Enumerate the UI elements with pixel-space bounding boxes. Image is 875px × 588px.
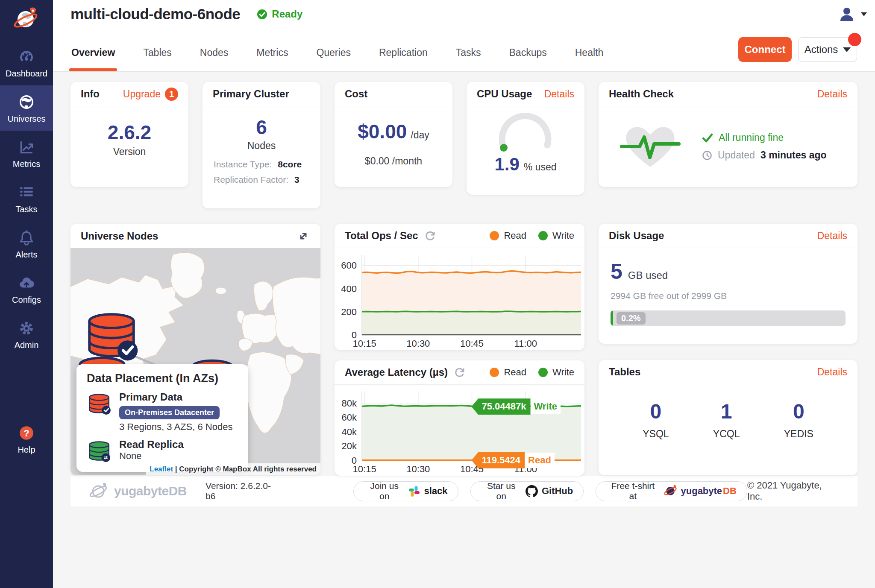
table-stat-yedis: 0YEDIS — [784, 400, 813, 440]
admin-icon — [18, 319, 35, 337]
callout-label: Write — [531, 399, 561, 414]
tables-details-link[interactable]: Details — [817, 366, 847, 378]
footer-button-github[interactable]: Star us onGitHub — [470, 481, 584, 501]
cpu-unit: % used — [524, 161, 557, 173]
primary-data-item: Primary Data On-Premises Datacenter 3 Re… — [87, 391, 238, 433]
tab-health[interactable]: Health — [574, 47, 604, 71]
legend-read[interactable]: Read — [490, 367, 526, 378]
tab-metrics[interactable]: Metrics — [255, 47, 289, 71]
footer-button-name-accent: DB — [723, 486, 737, 497]
user-avatar-icon — [838, 6, 856, 23]
status-text: Ready — [272, 8, 302, 20]
tab-overview[interactable]: Overview — [70, 47, 116, 71]
upgrade-link[interactable]: Upgrade 1 — [123, 88, 178, 101]
cpu-details-link[interactable]: Details — [544, 88, 574, 100]
copyright-text: © 2021 Yugabyte, Inc. — [747, 480, 840, 502]
footer-version: Version: 2.6.2.0-b6 — [206, 481, 281, 501]
yugabyte-logo-icon[interactable] — [0, 0, 53, 40]
tab-queries[interactable]: Queries — [315, 47, 352, 71]
refresh-icon[interactable] — [424, 230, 436, 242]
cpu-value: 1.9 — [494, 154, 519, 175]
chevron-down-icon — [861, 12, 867, 16]
world-map[interactable]: Data Placement (In AZs) Primary Data On-… — [70, 248, 320, 475]
sidebar-item-label: Alerts — [15, 250, 37, 260]
sidebar-item-tasks[interactable]: Tasks — [0, 176, 53, 221]
check-circle-icon — [256, 9, 268, 20]
legend-dot — [538, 231, 548, 240]
footer-button-slack[interactable]: Join us onslack — [353, 481, 458, 501]
disk-progress-bar: 0.2% — [611, 310, 846, 326]
chart-svg: 10:1510:3010:4511:000200400600 — [335, 248, 584, 350]
sidebar-item-configs[interactable]: Configs — [0, 266, 53, 312]
dashboard-icon — [18, 48, 35, 66]
disk-card-title: Disk Usage — [609, 230, 664, 242]
footer-brand: yugabyteDB — [88, 481, 187, 501]
connect-button[interactable]: Connect — [738, 37, 792, 62]
table-stat-label: YCQL — [713, 428, 740, 440]
primary-db-icon — [87, 391, 112, 433]
sidebar-item-alerts[interactable]: Alerts — [0, 221, 53, 266]
svg-text:40k: 40k — [342, 427, 357, 437]
sidebar: DashboardUniversesMetricsTasksAlertsConf… — [0, 0, 53, 588]
total-ops-card: Total Ops / Sec ReadWrite 10:1510:3010:4… — [335, 224, 584, 350]
sidebar-item-universes[interactable]: Universes — [0, 85, 53, 131]
callout-value: 119.5424 — [472, 452, 525, 468]
read-replica-label: Read Replica — [119, 439, 184, 451]
tab-tables[interactable]: Tables — [142, 47, 172, 71]
tab-backups[interactable]: Backups — [508, 47, 548, 71]
table-stat-value: 0 — [650, 400, 662, 423]
svg-text:10:30: 10:30 — [406, 338, 430, 349]
ops-chart: 10:1510:3010:4511:000200400600 — [335, 248, 584, 352]
tasks-icon — [18, 184, 35, 202]
tab-tasks[interactable]: Tasks — [455, 47, 482, 71]
callout-value: 75.04487k — [472, 398, 531, 415]
table-stat-value: 1 — [721, 400, 732, 423]
sidebar-item-dashboard[interactable]: Dashboard — [0, 40, 53, 85]
health-updated-label: Updated — [718, 149, 755, 161]
universe-tabs: OverviewTablesNodesMetricsQueriesReplica… — [70, 47, 604, 71]
sidebar-item-label: Metrics — [13, 159, 40, 169]
tab-nodes[interactable]: Nodes — [199, 47, 229, 71]
info-card: Info Upgrade 1 2.6.2 Version — [70, 82, 188, 187]
expand-icon[interactable] — [297, 229, 310, 243]
footer-button-prefix: Star us on — [481, 481, 522, 501]
disk-details-link[interactable]: Details — [817, 230, 847, 242]
legend-read[interactable]: Read — [490, 230, 526, 241]
sidebar-item-metrics[interactable]: Metrics — [0, 131, 53, 176]
tables-stats: 0YSQL1YCQL0YEDIS — [599, 384, 857, 440]
cost-day-value: $0.00 — [358, 121, 407, 143]
charts-column: Total Ops / Sec ReadWrite 10:1510:3010:4… — [335, 224, 584, 476]
health-check-card: Health Check Details — [599, 82, 857, 187]
legend-write[interactable]: Write — [538, 367, 574, 378]
status-badge: Ready — [256, 8, 302, 20]
table-stat-ycql: 1YCQL — [713, 400, 740, 440]
sidebar-item-admin[interactable]: Admin — [0, 312, 53, 357]
ops-chart-legend: ReadWrite — [490, 230, 574, 241]
chevron-down-icon — [843, 47, 851, 52]
refresh-icon[interactable] — [454, 366, 466, 378]
legend-write[interactable]: Write — [538, 230, 574, 241]
health-card-title: Health Check — [609, 88, 674, 100]
clock-icon — [702, 150, 712, 161]
sidebar-help-container: ?Help — [0, 416, 53, 462]
user-menu[interactable] — [829, 0, 875, 28]
tab-replication[interactable]: Replication — [378, 47, 429, 71]
sidebar-item-help[interactable]: ?Help — [0, 416, 53, 462]
sidebar-item-label: Tasks — [15, 205, 37, 214]
footer-button-name: slack — [424, 486, 447, 497]
leaflet-link[interactable]: Leaflet — [150, 465, 173, 473]
header-buttons: Connect Actions — [738, 37, 857, 62]
table-stat-label: YEDIS — [784, 428, 813, 440]
actions-button[interactable]: Actions — [798, 37, 857, 62]
footer-button-yugabyte[interactable]: Free t-shirt atyugabyteDB — [596, 481, 747, 501]
cost-card-title: Cost — [345, 88, 367, 100]
read-replica-desc: None — [119, 451, 184, 462]
health-details-link[interactable]: Details — [817, 88, 847, 100]
health-updated-value: 3 minutes ago — [760, 149, 827, 161]
sidebar-item-label: Configs — [12, 295, 41, 305]
replica-db-icon — [87, 439, 112, 465]
version-label: Version — [113, 146, 146, 158]
legend-label: Write — [552, 230, 574, 241]
cost-month-value: $0.00 /month — [365, 155, 422, 167]
footer: yugabyteDB Version: 2.6.2.0-b6 Join us o… — [70, 476, 857, 506]
